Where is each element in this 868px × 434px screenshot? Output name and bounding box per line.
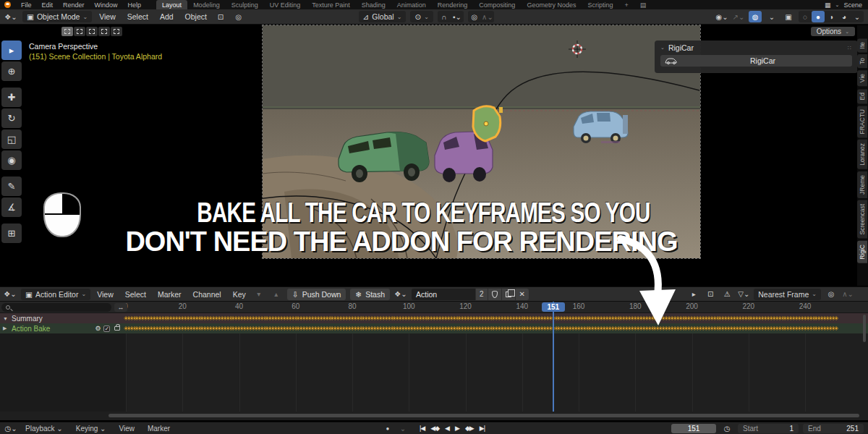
rigicar-name-field[interactable]: RigiCar	[660, 55, 852, 67]
add-workspace-button[interactable]: +	[618, 1, 634, 9]
measure-tool[interactable]: ∡	[1, 197, 22, 217]
panel-title[interactable]: RigiCar	[668, 43, 694, 52]
shading-dropdown[interactable]: ⌄	[851, 11, 864, 22]
show-hidden-button[interactable]: ⊡	[704, 289, 717, 300]
snap-mode-dropdown[interactable]: Nearest Frame ⌄	[754, 289, 821, 300]
stash-button[interactable]: ❄ Stash	[350, 289, 390, 300]
gizmo-dropdown[interactable]: ↗⌄	[732, 11, 745, 22]
visibility-dropdown[interactable]: ◉⌄	[715, 11, 728, 22]
select-mode-button-1[interactable]	[74, 27, 85, 36]
workspace-tab-scripting[interactable]: Scripting	[582, 0, 618, 9]
show-errors-icon[interactable]: ⚠	[720, 289, 733, 300]
viewport-menu-view[interactable]: View	[97, 12, 118, 21]
jump-to-end-button[interactable]: ▶|	[477, 425, 487, 432]
workspace-tab-uv-editing[interactable]: UV Editing	[264, 0, 307, 9]
workspace-tab-shading[interactable]: Shading	[356, 0, 391, 9]
timeline-menu-keying[interactable]: Keying ⌄	[74, 425, 109, 433]
annotate-tool[interactable]: ✎	[1, 176, 22, 196]
auto-keying-button[interactable]: ●	[381, 422, 394, 434]
workspace-tab-rendering[interactable]: Rendering	[432, 0, 474, 9]
action-users-count[interactable]: 2	[476, 289, 488, 300]
proportional-edit-button[interactable]: ◎	[468, 11, 481, 22]
workspace-tab-geometry-nodes[interactable]: Geometry Nodes	[521, 0, 582, 9]
lock-icon[interactable]	[114, 326, 120, 331]
dopesheet-mode-dropdown[interactable]: ▣ Action Editor ⌄	[21, 289, 90, 300]
horizontal-scrollbar[interactable]	[109, 414, 859, 417]
viewport-menu-select[interactable]: Select	[125, 12, 150, 21]
menu-window[interactable]: Window	[90, 1, 123, 9]
orientation-dropdown[interactable]: ⊿ Global ⌄	[359, 11, 407, 22]
modifier-icon[interactable]: ⚙	[95, 325, 101, 332]
action-browse-button[interactable]: ❖⌄	[394, 289, 407, 300]
fake-user-button[interactable]	[488, 289, 501, 300]
transform-tool[interactable]: ◉	[1, 150, 22, 170]
select-box-tool[interactable]: ▸	[1, 41, 22, 60]
current-frame-field[interactable]: 151	[671, 424, 716, 433]
menu-edit[interactable]: Edit	[37, 1, 59, 9]
falloff-sphere-button[interactable]: ◎	[232, 11, 245, 22]
rotate-tool[interactable]: ↻	[1, 109, 22, 128]
new-action-button[interactable]	[502, 289, 515, 300]
shading-wireframe-button[interactable]: ◌	[799, 11, 812, 22]
timeline-menu-playback[interactable]: Playback ⌄	[23, 425, 65, 433]
panel-drag-dots-icon[interactable]: ∷	[848, 45, 852, 51]
sidebar-tab-rigic[interactable]: RigiC	[857, 241, 867, 263]
mode-dropdown[interactable]: ▣ Object Mode ⌄	[22, 11, 92, 22]
workspace-tab-texture-paint[interactable]: Texture Paint	[306, 0, 356, 9]
snap-toggle-button[interactable]: ∩	[438, 11, 451, 22]
expand-icon[interactable]: ▶	[3, 326, 9, 331]
push-down-button[interactable]: ⇩ Push Down	[287, 289, 346, 300]
transform-snap-button[interactable]: ⊡	[214, 11, 227, 22]
dopesheet-menu-channel[interactable]: Channel	[191, 290, 224, 299]
dopesheet-editor-type-button[interactable]: ❖⌄	[4, 289, 17, 300]
sidebar-tab-ed[interactable]: Ed	[857, 89, 867, 103]
dopesheet-body[interactable]: 020406080100120140160180200220240 ↔ ▼ Su…	[0, 302, 868, 420]
overlays-dropdown[interactable]: ⌄	[765, 11, 778, 22]
falloff-keys-dropdown[interactable]: ∧⌄	[841, 289, 854, 300]
move-tool[interactable]: ✚	[1, 88, 22, 107]
sidebar-tab-screencast[interactable]: Screencast	[857, 200, 867, 239]
menu-help[interactable]: Help	[123, 1, 147, 9]
add-cube-tool[interactable]: ⊞	[1, 224, 22, 243]
select-mode-button-2[interactable]	[86, 27, 98, 36]
viewport-menu-object[interactable]: Object	[183, 12, 209, 21]
falloff-dropdown[interactable]: ∧⌄	[481, 11, 494, 22]
timeline-menu-marker[interactable]: Marker	[145, 425, 172, 433]
play-reverse-button[interactable]: ◀	[443, 425, 451, 432]
dopesheet-menu-select[interactable]: Select	[123, 290, 148, 299]
menu-render[interactable]: Render	[58, 1, 90, 9]
menu-file[interactable]: File	[16, 1, 37, 9]
workspace-tab-animation[interactable]: Animation	[391, 0, 432, 9]
filter-dropdown[interactable]: ▽⌄	[737, 289, 750, 300]
workspace-tab-compositing[interactable]: Compositing	[473, 0, 521, 9]
scale-tool[interactable]: ◱	[1, 129, 22, 149]
play-button[interactable]: ▶	[453, 425, 461, 432]
timeline-ruler[interactable]: 020406080100120140160180200220240	[0, 302, 868, 313]
cursor-tool[interactable]: ⊕	[1, 61, 22, 81]
proportional-edit-keys-button[interactable]: ◎	[825, 289, 838, 300]
frame-end-field[interactable]: End 251	[803, 424, 864, 433]
dopesheet-menu-key[interactable]: Key	[231, 290, 248, 299]
sidebar-tab-vie[interactable]: Vie	[857, 70, 867, 86]
overlays-toggle-button[interactable]: ◍	[749, 11, 762, 22]
workspace-tab-sculpting[interactable]: Sculpting	[226, 0, 264, 9]
preview-range-button[interactable]: ◷	[720, 422, 733, 434]
jump-to-start-button[interactable]: |◀	[417, 425, 427, 432]
prev-keyframe-button[interactable]: ◀◆	[428, 425, 441, 432]
workspace-tab-layout[interactable]: Layout	[156, 0, 187, 9]
scene-dropdown-arrow[interactable]: ⌄	[835, 2, 840, 8]
blender-logo-icon[interactable]	[4, 1, 11, 8]
sidebar-tab-jreme[interactable]: JReme	[857, 171, 867, 198]
select-mode-button-0[interactable]	[61, 27, 73, 36]
xray-toggle-button[interactable]: ▣	[782, 11, 795, 22]
only-selected-button[interactable]: ▸	[687, 289, 700, 300]
frame-start-field[interactable]: Start 1	[738, 424, 799, 433]
options-button[interactable]: Options ⌄	[811, 27, 855, 36]
move-up-button[interactable]: ▴	[270, 289, 283, 300]
sidebar-tab-to[interactable]: To	[857, 54, 867, 68]
timeline-editor-type-button[interactable]: ◷⌄	[4, 422, 17, 434]
sidebar-tab-loranoz[interactable]: Loranoz	[857, 140, 867, 169]
channel-search-field[interactable]	[1, 303, 111, 312]
select-mode-button-3[interactable]	[98, 27, 110, 36]
viewport-menu-add[interactable]: Add	[158, 12, 176, 21]
